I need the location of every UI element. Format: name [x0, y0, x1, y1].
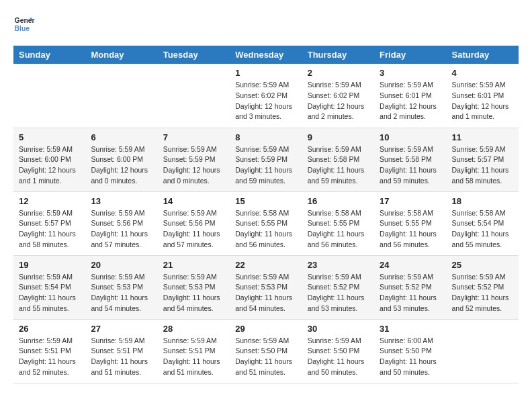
day-cell-14: 14Sunrise: 5:59 AM Sunset: 5:56 PM Dayli… [158, 191, 230, 255]
day-number: 20 [91, 260, 152, 270]
day-cell-2: 2Sunrise: 5:59 AM Sunset: 6:02 PM Daylig… [302, 64, 374, 128]
day-number: 29 [235, 324, 296, 334]
day-cell-29: 29Sunrise: 5:59 AM Sunset: 5:50 PM Dayli… [230, 319, 302, 383]
day-cell-20: 20Sunrise: 5:59 AM Sunset: 5:53 PM Dayli… [85, 255, 157, 319]
day-number: 10 [380, 132, 441, 142]
day-info: Sunrise: 5:59 AM Sunset: 5:50 PM Dayligh… [235, 336, 296, 378]
day-cell-3: 3Sunrise: 5:59 AM Sunset: 6:01 PM Daylig… [374, 64, 446, 128]
day-number: 18 [452, 196, 513, 206]
day-info: Sunrise: 5:59 AM Sunset: 5:59 PM Dayligh… [235, 144, 296, 187]
day-info: Sunrise: 5:59 AM Sunset: 6:01 PM Dayligh… [380, 80, 441, 122]
weekday-header-friday: Friday [374, 46, 446, 64]
day-info: Sunrise: 6:00 AM Sunset: 5:50 PM Dayligh… [380, 336, 441, 378]
empty-cell [85, 64, 157, 128]
day-number: 7 [163, 132, 224, 142]
empty-cell [13, 64, 85, 128]
day-info: Sunrise: 5:59 AM Sunset: 5:51 PM Dayligh… [91, 336, 152, 378]
svg-text:Blue: Blue [15, 25, 30, 32]
week-row-2: 5Sunrise: 5:59 AM Sunset: 6:00 PM Daylig… [13, 128, 519, 191]
day-number: 6 [91, 132, 152, 142]
day-cell-10: 10Sunrise: 5:59 AM Sunset: 5:58 PM Dayli… [374, 128, 446, 191]
day-cell-15: 15Sunrise: 5:58 AM Sunset: 5:55 PM Dayli… [230, 191, 302, 255]
day-number: 25 [452, 260, 513, 270]
empty-cell [447, 319, 519, 383]
day-cell-30: 30Sunrise: 5:59 AM Sunset: 5:50 PM Dayli… [302, 319, 374, 383]
weekday-header-sunday: Sunday [13, 46, 85, 64]
day-cell-24: 24Sunrise: 5:59 AM Sunset: 5:52 PM Dayli… [374, 255, 446, 319]
week-row-3: 12Sunrise: 5:59 AM Sunset: 5:57 PM Dayli… [13, 191, 519, 255]
day-info: Sunrise: 5:58 AM Sunset: 5:55 PM Dayligh… [380, 208, 441, 250]
day-number: 27 [91, 324, 152, 334]
day-info: Sunrise: 5:58 AM Sunset: 5:55 PM Dayligh… [308, 208, 369, 250]
day-cell-19: 19Sunrise: 5:59 AM Sunset: 5:54 PM Dayli… [13, 255, 85, 319]
day-number: 31 [380, 324, 441, 334]
day-cell-1: 1Sunrise: 5:59 AM Sunset: 6:02 PM Daylig… [230, 64, 302, 128]
day-cell-25: 25Sunrise: 5:59 AM Sunset: 5:52 PM Dayli… [447, 255, 519, 319]
day-number: 14 [163, 196, 224, 206]
day-info: Sunrise: 5:59 AM Sunset: 5:54 PM Dayligh… [19, 272, 80, 314]
day-info: Sunrise: 5:59 AM Sunset: 5:50 PM Dayligh… [308, 336, 369, 378]
weekday-header-wednesday: Wednesday [230, 46, 302, 64]
weekday-header-monday: Monday [85, 46, 157, 64]
day-info: Sunrise: 5:58 AM Sunset: 5:55 PM Dayligh… [235, 208, 296, 250]
day-number: 24 [380, 260, 441, 270]
page-header: General Blue [13, 13, 519, 35]
day-number: 8 [235, 132, 296, 142]
day-info: Sunrise: 5:59 AM Sunset: 5:52 PM Dayligh… [308, 272, 369, 314]
day-info: Sunrise: 5:59 AM Sunset: 6:00 PM Dayligh… [19, 144, 80, 187]
day-info: Sunrise: 5:59 AM Sunset: 5:52 PM Dayligh… [380, 272, 441, 314]
day-info: Sunrise: 5:59 AM Sunset: 6:01 PM Dayligh… [452, 80, 513, 122]
day-number: 22 [235, 260, 296, 270]
day-cell-13: 13Sunrise: 5:59 AM Sunset: 5:56 PM Dayli… [85, 191, 157, 255]
day-cell-6: 6Sunrise: 5:59 AM Sunset: 6:00 PM Daylig… [85, 128, 157, 191]
day-number: 16 [308, 196, 369, 206]
week-row-4: 19Sunrise: 5:59 AM Sunset: 5:54 PM Dayli… [13, 255, 519, 319]
day-cell-27: 27Sunrise: 5:59 AM Sunset: 5:51 PM Dayli… [85, 319, 157, 383]
day-number: 19 [19, 260, 80, 270]
day-info: Sunrise: 5:59 AM Sunset: 5:58 PM Dayligh… [380, 144, 441, 187]
empty-cell [158, 64, 230, 128]
day-info: Sunrise: 5:59 AM Sunset: 6:02 PM Dayligh… [308, 80, 369, 122]
day-info: Sunrise: 5:59 AM Sunset: 5:56 PM Dayligh… [163, 208, 224, 250]
weekday-header-row: SundayMondayTuesdayWednesdayThursdayFrid… [13, 46, 519, 64]
day-cell-9: 9Sunrise: 5:59 AM Sunset: 5:58 PM Daylig… [302, 128, 374, 191]
day-cell-31: 31Sunrise: 6:00 AM Sunset: 5:50 PM Dayli… [374, 319, 446, 383]
day-number: 2 [308, 68, 369, 78]
day-info: Sunrise: 5:59 AM Sunset: 5:51 PM Dayligh… [19, 336, 80, 378]
day-number: 3 [380, 68, 441, 78]
week-row-1: 1Sunrise: 5:59 AM Sunset: 6:02 PM Daylig… [13, 64, 519, 128]
day-cell-18: 18Sunrise: 5:58 AM Sunset: 5:54 PM Dayli… [447, 191, 519, 255]
day-cell-21: 21Sunrise: 5:59 AM Sunset: 5:53 PM Dayli… [158, 255, 230, 319]
calendar-table: SundayMondayTuesdayWednesdayThursdayFrid… [13, 46, 519, 383]
weekday-header-tuesday: Tuesday [158, 46, 230, 64]
day-info: Sunrise: 5:59 AM Sunset: 5:53 PM Dayligh… [235, 272, 296, 314]
weekday-header-thursday: Thursday [302, 46, 374, 64]
day-number: 4 [452, 68, 513, 78]
day-info: Sunrise: 5:59 AM Sunset: 5:58 PM Dayligh… [308, 144, 369, 187]
day-info: Sunrise: 5:58 AM Sunset: 5:54 PM Dayligh… [452, 208, 513, 250]
logo: General Blue [13, 13, 35, 35]
day-cell-28: 28Sunrise: 5:59 AM Sunset: 5:51 PM Dayli… [158, 319, 230, 383]
day-number: 28 [163, 324, 224, 334]
day-number: 17 [380, 196, 441, 206]
day-cell-11: 11Sunrise: 5:59 AM Sunset: 5:57 PM Dayli… [447, 128, 519, 191]
day-cell-17: 17Sunrise: 5:58 AM Sunset: 5:55 PM Dayli… [374, 191, 446, 255]
day-cell-23: 23Sunrise: 5:59 AM Sunset: 5:52 PM Dayli… [302, 255, 374, 319]
day-cell-26: 26Sunrise: 5:59 AM Sunset: 5:51 PM Dayli… [13, 319, 85, 383]
day-cell-12: 12Sunrise: 5:59 AM Sunset: 5:57 PM Dayli… [13, 191, 85, 255]
week-row-5: 26Sunrise: 5:59 AM Sunset: 5:51 PM Dayli… [13, 319, 519, 383]
day-number: 23 [308, 260, 369, 270]
day-info: Sunrise: 5:59 AM Sunset: 5:57 PM Dayligh… [19, 208, 80, 250]
day-info: Sunrise: 5:59 AM Sunset: 5:53 PM Dayligh… [163, 272, 224, 314]
day-number: 15 [235, 196, 296, 206]
day-info: Sunrise: 5:59 AM Sunset: 6:00 PM Dayligh… [91, 144, 152, 187]
day-info: Sunrise: 5:59 AM Sunset: 5:57 PM Dayligh… [452, 144, 513, 187]
day-info: Sunrise: 5:59 AM Sunset: 5:52 PM Dayligh… [452, 272, 513, 314]
day-number: 21 [163, 260, 224, 270]
day-info: Sunrise: 5:59 AM Sunset: 5:56 PM Dayligh… [91, 208, 152, 250]
day-number: 13 [91, 196, 152, 206]
day-cell-4: 4Sunrise: 5:59 AM Sunset: 6:01 PM Daylig… [447, 64, 519, 128]
day-number: 11 [452, 132, 513, 142]
day-number: 12 [19, 196, 80, 206]
day-info: Sunrise: 5:59 AM Sunset: 5:51 PM Dayligh… [163, 336, 224, 378]
